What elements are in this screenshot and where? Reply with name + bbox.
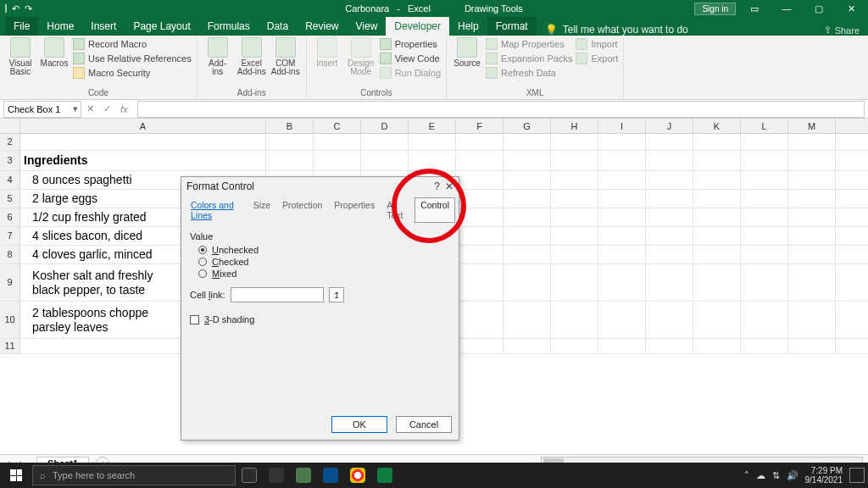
cell[interactable]	[504, 302, 551, 338]
cell[interactable]	[551, 302, 598, 338]
col-header[interactable]: A	[20, 119, 266, 133]
col-header[interactable]: C	[314, 119, 361, 133]
cell[interactable]	[266, 134, 314, 150]
cell[interactable]	[693, 151, 741, 170]
row-header[interactable]: 7	[0, 227, 20, 245]
cell[interactable]	[551, 264, 598, 301]
tray-onedrive-icon[interactable]: ☁	[756, 470, 765, 481]
cell[interactable]	[456, 302, 504, 338]
cell[interactable]	[693, 339, 741, 353]
insert-control-button[interactable]: Insert	[312, 37, 342, 80]
cell[interactable]	[693, 264, 741, 301]
cell[interactable]	[646, 227, 693, 245]
cell[interactable]	[741, 151, 788, 170]
tab-file[interactable]: File	[5, 17, 38, 36]
row-header[interactable]: 4	[0, 171, 20, 189]
cell[interactable]	[693, 246, 741, 263]
formula-bar[interactable]	[137, 101, 865, 118]
cell[interactable]	[314, 151, 361, 170]
design-mode-button[interactable]: Design Mode	[346, 37, 376, 80]
cell[interactable]	[788, 171, 836, 189]
tab-data[interactable]: Data	[259, 17, 297, 36]
cell[interactable]	[693, 227, 741, 245]
cancel-formula-icon[interactable]: ✕	[86, 103, 98, 114]
task-view-button[interactable]	[236, 463, 263, 488]
column-headers[interactable]: A B C D E F G H I J K L M	[0, 119, 868, 134]
expansion-packs-button[interactable]: Expansion Packs	[486, 52, 572, 65]
cell[interactable]	[504, 151, 551, 170]
properties-button[interactable]: Properties	[380, 37, 441, 51]
row-header[interactable]: 3	[0, 151, 20, 170]
dialog-tab-colors-lines[interactable]: Colors and Lines	[185, 197, 248, 223]
select-all-triangle[interactable]	[0, 119, 20, 133]
name-box-dropdown-icon[interactable]: ▾	[70, 103, 81, 114]
cell[interactable]	[456, 171, 504, 189]
tray-volume-icon[interactable]: 🔊	[787, 470, 798, 481]
cell[interactable]	[314, 134, 361, 150]
col-header[interactable]: E	[409, 119, 456, 133]
cell[interactable]	[551, 208, 598, 226]
cell[interactable]	[788, 246, 836, 263]
tab-view[interactable]: View	[348, 17, 387, 36]
cancel-button[interactable]: Cancel	[396, 416, 452, 433]
tab-insert[interactable]: Insert	[82, 17, 125, 36]
cell[interactable]	[646, 339, 693, 353]
cell[interactable]	[504, 134, 551, 150]
maximize-button[interactable]: ▢	[805, 0, 832, 17]
cell[interactable]	[504, 171, 551, 189]
tell-me-search[interactable]: 💡 Tell me what you want to do	[545, 24, 688, 36]
tab-home[interactable]: Home	[38, 17, 82, 36]
dialog-tab-properties[interactable]: Properties	[328, 197, 381, 223]
tab-developer[interactable]: Developer	[386, 17, 449, 36]
cell[interactable]	[646, 171, 693, 189]
col-header[interactable]: L	[741, 119, 788, 133]
enter-formula-icon[interactable]: ✓	[103, 103, 115, 114]
tab-review[interactable]: Review	[297, 17, 347, 36]
cell[interactable]	[456, 151, 504, 170]
cell[interactable]	[504, 227, 551, 245]
cell[interactable]	[456, 264, 504, 301]
cell[interactable]	[741, 302, 788, 338]
row-header[interactable]: 10	[0, 302, 20, 338]
tab-help[interactable]: Help	[449, 17, 487, 36]
tray-chevron-icon[interactable]: ˄	[744, 470, 749, 481]
sign-in-button[interactable]: Sign in	[694, 3, 736, 15]
cell[interactable]	[456, 227, 504, 245]
cell[interactable]	[361, 134, 409, 150]
export-button[interactable]: Export	[576, 52, 618, 65]
cell[interactable]	[741, 134, 788, 150]
cell[interactable]	[456, 246, 504, 263]
col-header[interactable]: K	[693, 119, 741, 133]
cell[interactable]	[598, 171, 646, 189]
cell[interactable]	[788, 134, 836, 150]
cell[interactable]	[504, 264, 551, 301]
cell[interactable]	[646, 302, 693, 338]
taskbar-app[interactable]	[263, 463, 290, 488]
cell[interactable]	[409, 134, 456, 150]
cell[interactable]	[551, 227, 598, 245]
minimize-button[interactable]: —	[773, 0, 800, 17]
row-header[interactable]: 8	[0, 246, 20, 263]
run-dialog-button[interactable]: Run Dialog	[380, 66, 441, 80]
cell[interactable]	[551, 339, 598, 353]
source-button[interactable]: Source	[452, 37, 482, 80]
cell[interactable]	[551, 171, 598, 189]
checkbox-3d-shading[interactable]: 3-D shading	[190, 314, 450, 324]
cell[interactable]	[20, 134, 266, 150]
addins-button[interactable]: Add- ins	[203, 37, 233, 76]
undo-icon[interactable]: ↶	[12, 3, 19, 14]
map-properties-button[interactable]: Map Properties	[486, 37, 572, 51]
taskbar-excel[interactable]	[371, 463, 398, 488]
save-icon[interactable]	[5, 4, 7, 13]
cell[interactable]	[788, 208, 836, 226]
cell[interactable]	[598, 208, 646, 226]
refresh-data-button[interactable]: Refresh Data	[486, 66, 572, 80]
cell[interactable]	[598, 190, 646, 208]
cell[interactable]	[456, 190, 504, 208]
cell[interactable]	[409, 151, 456, 170]
cell[interactable]	[741, 246, 788, 263]
radio-unchecked[interactable]: UUncheckednchecked	[198, 245, 450, 255]
col-header[interactable]: F	[456, 119, 504, 133]
taskbar-app[interactable]	[317, 463, 344, 488]
macros-button[interactable]: Macros	[39, 37, 70, 80]
